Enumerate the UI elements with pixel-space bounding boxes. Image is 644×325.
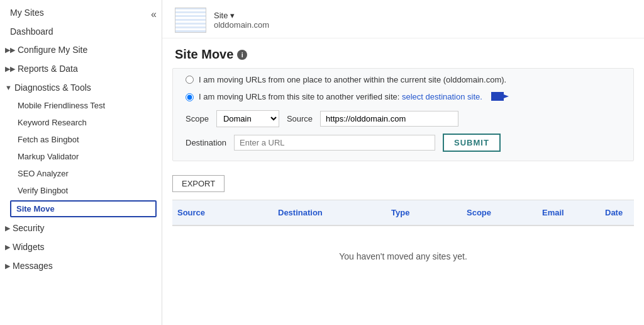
export-button[interactable]: EXPORT — [172, 175, 225, 192]
configure-label: Configure My Site — [18, 45, 87, 55]
sidebar-item-verifybot[interactable]: Verify Bingbot — [0, 182, 162, 199]
destination-input[interactable] — [234, 135, 435, 151]
page-title-text: Site Move — [175, 47, 233, 62]
page-title: Site Move i — [162, 38, 644, 68]
site-domain: olddomain.com — [214, 20, 269, 30]
scope-select[interactable]: Domain — [216, 110, 279, 127]
destination-label: Destination — [186, 138, 226, 147]
main-content: Site ▾ olddomain.com Site Move i I am mo… — [162, 0, 644, 325]
widgets-label: Widgets — [13, 242, 45, 252]
radio-same-site[interactable] — [186, 76, 194, 84]
blue-arrow-icon — [491, 91, 509, 104]
sidebar-item-diagnostics[interactable]: ▼ Diagnostics & Tools — [0, 78, 162, 97]
radio-other-site[interactable] — [186, 93, 194, 101]
dashboard-link[interactable]: Dashboard — [0, 23, 162, 40]
col-scope[interactable]: Scope — [462, 205, 537, 220]
reports-arrow-icon: ▶ — [5, 65, 15, 73]
messages-label: Messages — [13, 261, 53, 271]
empty-message: You haven't moved any sites yet. — [172, 226, 634, 287]
site-info: Site ▾ olddomain.com — [214, 11, 269, 30]
widgets-arrow-icon: ▶ — [5, 243, 10, 251]
sidebar-item-mobile[interactable]: Mobile Friendliness Test — [0, 97, 162, 114]
table-area: Source Destination Type Scope Email Date… — [172, 200, 634, 287]
col-source[interactable]: Source — [172, 205, 273, 220]
reports-label: Reports & Data — [18, 64, 78, 74]
sidebar-item-markup[interactable]: Markup Validator — [0, 148, 162, 165]
diagnostics-arrow-icon: ▼ — [5, 84, 12, 91]
select-destination-link[interactable]: select destination site. — [402, 92, 482, 101]
sidebar-item-sitemove[interactable]: Site Move — [10, 200, 157, 217]
messages-arrow-icon: ▶ — [5, 262, 10, 270]
sidebar-collapse-button[interactable]: « — [151, 9, 157, 20]
sidebar-item-messages[interactable]: ▶ Messages — [0, 256, 162, 275]
sidebar-item-configure[interactable]: ▶ Configure My Site — [0, 40, 162, 59]
site-text: Site — [214, 11, 228, 20]
radio1-label: I am moving URLs from one place to anoth… — [199, 75, 506, 84]
export-row: EXPORT — [162, 170, 644, 200]
col-destination[interactable]: Destination — [273, 205, 386, 220]
scope-label: Scope — [186, 114, 209, 123]
info-icon[interactable]: i — [237, 50, 247, 60]
col-type[interactable]: Type — [386, 205, 462, 220]
configure-arrow-icon: ▶ — [5, 46, 15, 54]
source-label: Source — [287, 114, 313, 123]
sidebar-item-keyword[interactable]: Keyword Research — [0, 114, 162, 131]
sidebar: My Sites Dashboard ▶ Configure My Site ▶… — [0, 0, 162, 325]
col-email[interactable]: Email — [537, 205, 600, 220]
table-header: Source Destination Type Scope Email Date — [172, 200, 634, 226]
radio2-label: I am moving URLs from this site to anoth… — [199, 91, 509, 104]
site-thumbnail — [175, 8, 206, 33]
radio-row-1: I am moving URLs from one place to anoth… — [186, 75, 621, 84]
sidebar-item-reports[interactable]: ▶ Reports & Data — [0, 59, 162, 78]
sidebar-item-widgets[interactable]: ▶ Widgets — [0, 237, 162, 256]
scope-source-row: Scope Domain Source — [186, 110, 621, 127]
security-label: Security — [13, 223, 45, 233]
site-move-form: I am moving URLs from one place to anoth… — [172, 68, 634, 161]
site-header: Site ▾ olddomain.com — [162, 0, 644, 38]
sidebar-item-security[interactable]: ▶ Security — [0, 219, 162, 237]
svg-marker-0 — [491, 92, 509, 101]
radio-row-2: I am moving URLs from this site to anoth… — [186, 91, 621, 104]
site-dropdown-icon[interactable]: ▾ — [230, 11, 235, 20]
source-input[interactable] — [320, 111, 458, 127]
my-sites-link[interactable]: My Sites — [0, 0, 162, 23]
submit-button[interactable]: SUBMIT — [443, 134, 501, 152]
diagnostics-label: Diagnostics & Tools — [14, 83, 91, 93]
destination-row: Destination SUBMIT — [186, 134, 621, 152]
sidebar-item-seo[interactable]: SEO Analyzer — [0, 165, 162, 182]
sidebar-item-fetchbot[interactable]: Fetch as Bingbot — [0, 131, 162, 148]
security-arrow-icon: ▶ — [5, 224, 10, 232]
site-label[interactable]: Site ▾ — [214, 11, 269, 20]
col-date[interactable]: Date — [600, 205, 644, 220]
